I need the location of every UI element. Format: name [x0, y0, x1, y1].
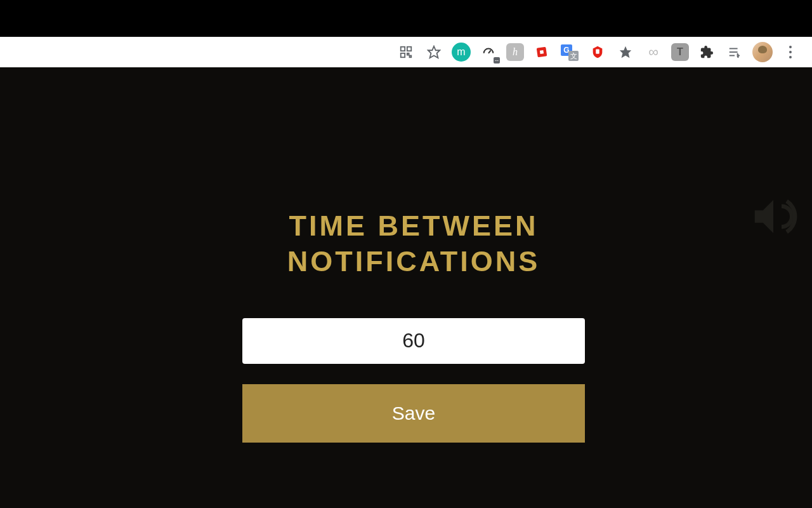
svg-rect-4: [410, 56, 412, 58]
extension-popup: TIME BETWEEN NOTIFICATIONS Save: [173, 67, 655, 508]
browser-toolbar: m -- h G 文 ∞ T: [0, 37, 812, 67]
popup-heading: TIME BETWEEN NOTIFICATIONS: [287, 208, 540, 280]
extension-m-icon[interactable]: m: [452, 43, 471, 62]
svg-rect-3: [407, 53, 409, 55]
extension-infinity-icon[interactable]: ∞: [643, 42, 664, 62]
svg-rect-8: [540, 50, 544, 54]
extension-translate-icon[interactable]: G 文: [560, 42, 580, 62]
extension-t-icon[interactable]: T: [671, 43, 689, 61]
profile-avatar[interactable]: [752, 42, 773, 62]
interval-input[interactable]: [242, 318, 585, 364]
svg-rect-0: [401, 47, 405, 51]
svg-rect-2: [401, 53, 405, 57]
extension-star-icon[interactable]: [615, 42, 636, 62]
svg-line-6: [488, 50, 491, 53]
browser-menu-icon[interactable]: [780, 42, 801, 62]
qr-icon[interactable]: [396, 42, 416, 62]
extension-honey-icon[interactable]: h: [506, 43, 524, 61]
extension-adblock-icon[interactable]: [587, 42, 608, 62]
speaker-icon: [749, 192, 798, 244]
save-button[interactable]: Save: [242, 384, 585, 443]
svg-rect-1: [407, 47, 411, 51]
extension-roblox-icon[interactable]: [530, 41, 553, 64]
svg-marker-5: [428, 46, 440, 58]
svg-marker-10: [620, 46, 631, 58]
extension-speedometer-icon[interactable]: --: [478, 42, 499, 62]
extensions-puzzle-icon[interactable]: [697, 42, 717, 62]
bookmark-star-icon[interactable]: [424, 42, 444, 62]
svg-rect-9: [596, 49, 599, 53]
reading-list-icon[interactable]: [724, 42, 745, 62]
